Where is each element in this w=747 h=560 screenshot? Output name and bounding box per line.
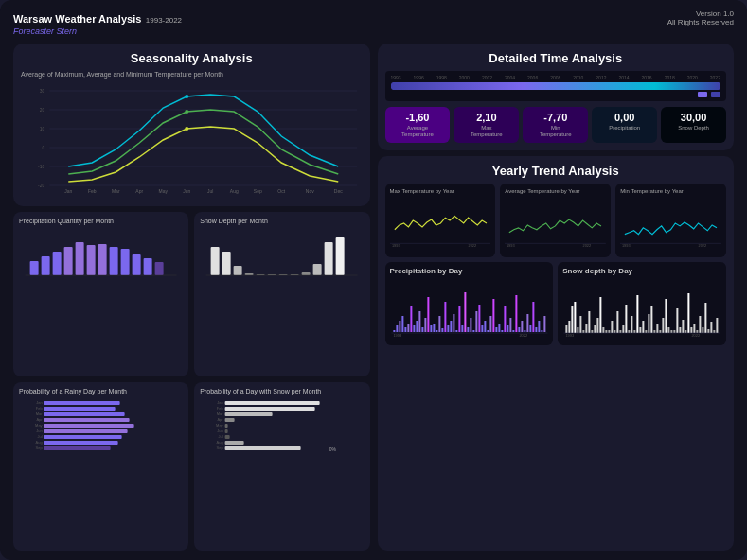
seasonality-panel: Seasonality Analysis Average of Maximum,… — [13, 44, 370, 206]
svg-rect-60 — [44, 441, 118, 445]
avg-temp-yearly-title: Average Temperature by Year — [505, 188, 606, 194]
svg-text:2022: 2022 — [692, 333, 702, 337]
svg-text:Mar: Mar — [112, 188, 120, 194]
kpi-snow-value: 30,00 — [665, 112, 722, 123]
svg-rect-131 — [484, 321, 486, 332]
svg-rect-189 — [660, 330, 662, 333]
svg-rect-120 — [453, 314, 454, 332]
bottom-yearly: Precipitation by Day — [385, 262, 727, 345]
svg-rect-41 — [222, 252, 231, 275]
yearly-grid: Max Temperature by Year 1993 2022 Averag… — [385, 184, 727, 257]
svg-rect-156 — [566, 325, 568, 333]
snow-depth-panel: Snow Depth per Month — [194, 212, 369, 376]
svg-rect-170 — [606, 330, 608, 333]
svg-rect-107 — [416, 321, 418, 332]
kpi-min-label: MinTemperature — [526, 125, 584, 138]
svg-rect-126 — [470, 318, 471, 332]
svg-rect-113 — [433, 324, 435, 332]
max-temp-yearly-title: Max Temperature by Year — [390, 188, 491, 194]
svg-rect-104 — [407, 324, 409, 332]
svg-rect-204 — [703, 327, 704, 333]
svg-rect-190 — [663, 318, 665, 333]
svg-rect-146 — [526, 314, 528, 332]
svg-text:Aug: Aug — [217, 440, 223, 445]
max-temp-yearly-chart: 1993 2022 — [390, 197, 491, 249]
svg-rect-149 — [535, 327, 537, 332]
svg-rect-135 — [495, 327, 497, 332]
snow-by-day-title: Snow depth by Day — [562, 267, 721, 275]
rights-label: All Rights Reserved — [667, 18, 734, 26]
svg-rect-142 — [515, 295, 517, 332]
svg-rect-205 — [705, 303, 707, 333]
svg-rect-106 — [413, 325, 415, 332]
kpi-precip: 0,00 Precipitation — [592, 107, 657, 143]
svg-rect-182 — [640, 327, 642, 333]
svg-rect-35 — [121, 249, 130, 275]
svg-text:Jul: Jul — [219, 434, 223, 439]
snow-prob-panel: Probability of a Day with Snow per Month… — [194, 382, 369, 551]
svg-rect-168 — [600, 297, 602, 333]
svg-rect-49 — [313, 264, 322, 275]
svg-text:Apr: Apr — [218, 417, 224, 422]
min-temp-yearly: Min Temperature by Year 1993 2022 — [615, 184, 726, 257]
svg-text:0%: 0% — [329, 446, 337, 452]
svg-rect-36 — [133, 254, 141, 275]
rainy-title: Probability of a Rainy Day per Month — [19, 388, 183, 394]
svg-rect-128 — [475, 311, 477, 332]
svg-text:Jan: Jan — [36, 400, 42, 405]
svg-rect-207 — [711, 322, 713, 333]
right-column: Detailed Time Analysis 1993 1996 1998 20… — [378, 44, 735, 551]
svg-rect-134 — [492, 299, 494, 332]
svg-text:0: 0 — [42, 145, 44, 150]
seasonality-chart: 30 20 10 0 -10 -20 Jan Feb Mar Apr May J… — [21, 81, 363, 195]
svg-rect-61 — [44, 446, 111, 450]
svg-text:2022: 2022 — [583, 244, 592, 249]
svg-rect-74 — [225, 418, 235, 422]
svg-rect-161 — [580, 316, 582, 333]
svg-rect-116 — [441, 328, 443, 332]
svg-rect-157 — [569, 321, 571, 333]
svg-rect-206 — [708, 329, 710, 333]
timeline-bar[interactable]: 1993 1996 1998 2000 2002 2004 2006 2008 … — [385, 71, 727, 101]
kpi-max-label: MaxTemperature — [457, 125, 515, 138]
svg-rect-147 — [529, 325, 531, 332]
svg-point-26 — [185, 127, 188, 131]
precip-by-day-title: Precipitation by Day — [390, 267, 549, 275]
svg-rect-29 — [53, 252, 62, 275]
svg-rect-165 — [592, 330, 594, 333]
svg-rect-184 — [646, 330, 648, 333]
svg-text:Jun: Jun — [217, 429, 222, 433]
svg-rect-28 — [42, 256, 50, 275]
svg-text:Aug: Aug — [36, 440, 43, 445]
svg-rect-108 — [418, 311, 420, 332]
svg-rect-50 — [325, 242, 333, 275]
svg-rect-31 — [76, 242, 84, 275]
svg-rect-158 — [572, 306, 574, 333]
svg-rect-186 — [651, 306, 653, 333]
svg-rect-164 — [589, 311, 591, 333]
svg-text:May: May — [216, 423, 223, 428]
svg-text:May: May — [35, 423, 43, 428]
precipitation-panel: Precipitation Quantity per Month — [13, 212, 188, 376]
detail-panel: Detailed Time Analysis 1993 1996 1998 20… — [378, 44, 735, 150]
svg-rect-105 — [410, 306, 412, 332]
svg-rect-192 — [668, 327, 670, 333]
app-title: Warsaw Weather Analysis 1993-2022 — [13, 9, 182, 26]
svg-rect-159 — [575, 302, 577, 333]
svg-rect-143 — [518, 327, 520, 332]
svg-rect-121 — [455, 330, 457, 332]
svg-text:Aug: Aug — [230, 188, 239, 194]
svg-rect-71 — [225, 401, 320, 405]
svg-rect-37 — [144, 258, 152, 275]
svg-rect-38 — [155, 262, 164, 275]
svg-text:1993: 1993 — [566, 333, 576, 337]
svg-rect-125 — [467, 327, 469, 332]
svg-rect-194 — [674, 330, 676, 333]
svg-text:Mar: Mar — [36, 411, 44, 416]
svg-rect-129 — [478, 305, 480, 332]
svg-rect-167 — [597, 318, 599, 333]
svg-rect-127 — [472, 330, 474, 332]
svg-rect-173 — [614, 330, 616, 333]
svg-rect-152 — [543, 316, 545, 332]
svg-text:1993: 1993 — [622, 244, 631, 249]
